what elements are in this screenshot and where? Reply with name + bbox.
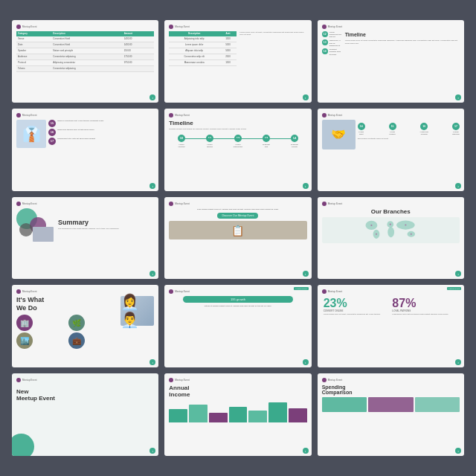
logo-icon [169,25,173,29]
timeline-number: 12 [322,31,328,37]
timeline-text: Neque a sollicitudin velit. Proin tempus… [57,120,154,127]
slide-7[interactable]: Meetup Event Summary Our experience in t… [12,197,158,280]
table-row: Lorem ipsum dolor5000 [169,42,237,48]
slide-indicator: › [455,183,461,189]
bar-item-3 [415,397,460,412]
slide-body-text: Our experience in this event industry en… [58,228,154,231]
bar-item [169,409,187,422]
bar-item [289,408,307,423]
logo-icon [169,113,173,118]
slide-indicator: › [455,448,461,454]
col-header: Amount [123,31,155,36]
slide-15[interactable]: Meetup Event SpendingComparison › [318,373,464,456]
slide-indicator: › [149,94,155,100]
logo-icon [322,378,327,382]
timeline-text: Neque eos tempus dolor sit with ferula l… [57,129,154,136]
slide-indicator: › [303,448,309,454]
circle-image-4: 💼 [68,332,85,349]
timeline-item: 12 Lorem adipiscing tolui adip sit. [322,31,343,39]
slide-tag: Meetup Event [22,379,37,382]
slide-title: Summary [58,219,154,226]
decorative-circle [12,434,34,456]
slide-tag: Meetup Event [22,25,37,28]
timeline-text: Neque eos, a quis ac adipiscing sit. [329,39,343,47]
logo-icon [16,378,21,382]
bar-item [229,407,248,422]
slide-1[interactable]: Meetup Event Category Description Amount… [12,20,158,103]
slide-body-text: Lorem ipsum dolor sit amet consectetur a… [345,39,460,45]
decorative-circles [16,208,54,242]
logo-icon [169,289,173,294]
slide-8[interactable]: Meetup Event Duis facilisis feugiat lore… [164,197,311,280]
timeline-item: 15 Loremfacilisis [389,123,396,135]
slide-tag: Meetup Event [175,379,190,382]
slide-body-text: Duis Duibus volutpatis lorem sit amet. [358,138,460,140]
stat-label-2: LOYAL PATRONS [392,309,458,312]
timeline-item: 13 Praesentvelit [254,135,278,148]
slide-2[interactable]: Meetup Event Description Amt Adipiscing … [164,20,311,103]
table-row: SpeakerNature and principle250.00 [16,48,154,54]
svg-point-8 [405,224,406,225]
image-grid: 🏢 🌿 🏙️ 💼 [16,315,118,349]
growth-bar: 195 growth [183,296,293,303]
slide-13[interactable]: Meetup Event NewMeetup Event › [12,373,158,456]
timeline-label: Loremfacilisis [207,144,213,148]
timeline-item: 13 Neque eos, a quis ac adipiscing sit. [322,39,343,47]
discover-button[interactable]: Discover Our Meetup Event [217,213,258,219]
timeline-number: 16 [48,129,56,136]
timeline-number: 13 [322,39,328,45]
timeline-number: 17 [452,123,460,130]
slide-indicator: › [455,94,461,100]
timeline-text: Maecenase tortor ante est ligula quam fe… [57,138,154,145]
slide-indicator: › [455,271,461,277]
table-row: AudienceConsectetur adipiscing1750.00 [16,54,154,60]
svg-point-10 [410,233,411,234]
slide-14[interactable]: Meetup Event AnnualIncome › [164,373,311,456]
bar-chart [169,400,306,422]
slide-tag: Meetup Event [175,290,190,293]
logo-icon [16,202,21,206]
slide-10[interactable]: Meetup Event It's WhatWe Do 🏢 🌿 🏙️ 💼 👩‍💼… [12,285,158,367]
slide-4[interactable]: Meetup Event 👔 15 Neque a sollicitudin v… [12,109,158,191]
logo-icon [16,113,21,118]
slide-body-text: Futuris et facilisis feugiat lorem et. F… [169,305,306,308]
data-table: Description Amt Adipiscing tolui adip150… [169,31,237,66]
logo-icon [322,202,327,206]
timeline-number: 15 [389,123,396,130]
slide-tag: Meetup Event [22,114,37,117]
stat-text-1: Lorem ipsum dolor sit amet, consectetur … [324,313,390,315]
timeline-label: Praesentvolupte [291,144,298,148]
slide-tag: Meetup Event [175,114,190,117]
slide-11[interactable]: Meetup Event Meetup Event 195 growth Fut… [164,285,311,367]
slide-tag: Meetup Event [22,202,37,205]
timeline-label: NullamInterdum [452,131,460,135]
slide-indicator: › [149,271,155,277]
stat-value-1: 23% [324,298,390,309]
timeline-item: 17 NullamInterdum [452,123,460,135]
timeline-text: Lorem adipiscing tolui adip sit. [329,31,343,39]
slide-photo: 🤝 [322,120,356,149]
col-header: Amt [219,31,237,36]
table-row: Adipiscing tolui adip1500 [169,36,237,42]
circle-gray [19,223,33,237]
slide-body-text: Duis facilisis feugiat lorem et. Facilis… [169,208,306,211]
slide-6[interactable]: Meetup Event 🤝 14 Loremamet 15 Loremfaci… [318,109,464,191]
timeline-item: 15 Neque a sollicitudin velit. Proin tem… [48,120,154,127]
slide-12[interactable]: Meetup Event Meetup Event 23% CONVERT ON… [318,285,464,367]
slide-title: AnnualIncome [169,385,306,398]
timeline-text: Praesent molestie enim et ipsum. [329,48,343,56]
timeline-item: 10 Loremvolutpat [169,135,193,148]
table-row: VenueConvention Hotel1400.00 [16,36,154,42]
bar-item [248,411,267,423]
slide-5[interactable]: Meetup Event Timeline Quisque facilisis … [164,109,311,191]
col-header: Description [169,31,219,36]
slide-9[interactable]: Meetup Event Our Branches [318,197,464,280]
slide-3[interactable]: Meetup Event 12 Lorem adipiscing tolui a… [318,20,464,103]
table-row: ProtocolAdipiscing consectetur9750.00 [16,60,154,65]
logo-icon [169,378,173,382]
table-row: Aliquam tolui adip5000 [169,48,237,54]
col-header: Category [16,31,51,36]
slide-title: NewMeetup Event [16,388,154,402]
timeline-line [183,138,293,139]
person-photo: 👩‍💼👨‍💼 [120,296,154,326]
